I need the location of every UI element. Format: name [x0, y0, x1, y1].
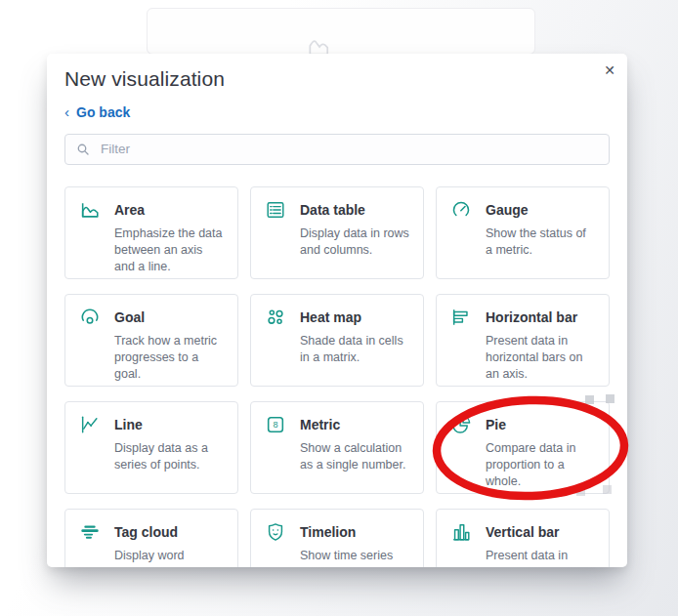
vis-card-title: Data table [300, 202, 365, 218]
vertical-bar-icon [450, 521, 472, 543]
tag-cloud-icon [79, 521, 101, 543]
vis-card-title: Pie [486, 417, 506, 432]
vis-card-title: Vertical bar [486, 524, 560, 540]
selection-handle [606, 394, 614, 403]
heat-map-icon [265, 307, 286, 328]
vis-card-horizontal-bar[interactable]: Horizontal bar Present data in horizonta… [436, 294, 610, 387]
area-chart-icon [79, 199, 101, 221]
vis-card-description: Compare data in proportion to a whole. [486, 440, 595, 490]
new-visualization-modal: ✕ New visualization ‹ Go back [47, 54, 627, 567]
line-chart-icon [79, 414, 101, 435]
vis-card-data-table[interactable]: Data table Display data in rows and colu… [250, 186, 424, 279]
svg-text:8: 8 [273, 420, 277, 430]
search-icon [75, 142, 91, 157]
vis-card-tag-cloud[interactable]: Tag cloud Display word frequency with fo… [64, 509, 238, 568]
selection-handle [585, 395, 594, 404]
vis-card-metric[interactable]: 8 Metric Show a calculation as a single … [250, 401, 424, 494]
vis-card-title: Gauge [486, 202, 529, 218]
vis-card-title: Tag cloud [114, 524, 178, 540]
vis-card-description: Display data as a series of points. [114, 440, 224, 473]
vis-card-goal[interactable]: Goal Track how a metric progresses to a … [64, 294, 238, 387]
vis-card-line[interactable]: Line Display data as a series of points. [64, 401, 238, 494]
modal-title: New visualization [64, 67, 610, 91]
vis-card-description: Show the status of a metric. [486, 226, 595, 259]
go-back-link[interactable]: ‹ Go back [64, 104, 130, 120]
vis-card-description: Track how a metric progresses to a goal. [114, 333, 224, 383]
vis-card-description: Shade data in cells in a matrix. [300, 333, 409, 366]
vis-card-vertical-bar[interactable]: Vertical bar Present data in vertical ba… [436, 509, 610, 568]
vis-card-title: Goal [114, 309, 145, 325]
vis-card-description: Display word frequency with font size. [114, 548, 224, 568]
vis-card-gauge[interactable]: Gauge Show the status of a metric. [436, 186, 610, 279]
data-table-icon [265, 199, 286, 221]
pie-chart-icon [450, 414, 472, 435]
selection-handle [576, 487, 585, 496]
horizontal-bar-icon [450, 307, 472, 328]
vis-card-description: Display data in rows and columns. [300, 226, 409, 259]
go-back-label: Go back [76, 104, 130, 120]
vis-card-description: Present data in horizontal bars on an ax… [486, 333, 595, 383]
goal-icon [79, 307, 101, 328]
vis-card-heat-map[interactable]: Heat map Shade data in cells in a matrix… [250, 294, 424, 387]
vis-card-pie[interactable]: Pie Compare data in proportion to a whol… [436, 401, 610, 494]
filter-bar [64, 134, 610, 165]
vis-card-title: Line [114, 417, 143, 432]
vis-card-title: Metric [300, 417, 340, 432]
vis-card-timelion[interactable]: Timelion Show time series data on a grap… [250, 509, 424, 568]
screen: ✕ New visualization ‹ Go back [0, 0, 678, 616]
vis-card-title: Horizontal bar [486, 309, 577, 325]
visualization-grid: Area Emphasize the data between an axis … [64, 186, 610, 568]
background-panel [147, 8, 535, 55]
vis-card-description: Show a calculation as a single number. [300, 440, 409, 473]
close-icon[interactable]: ✕ [598, 58, 621, 83]
timelion-icon [265, 521, 286, 543]
gauge-icon [450, 199, 472, 221]
vis-card-title: Heat map [300, 309, 361, 325]
metric-icon: 8 [265, 414, 286, 435]
selection-handle [603, 485, 612, 494]
vis-card-title: Area [114, 202, 145, 218]
vis-card-title: Timelion [300, 524, 356, 540]
chevron-left-icon: ‹ [64, 104, 69, 119]
filter-input[interactable] [99, 141, 599, 157]
vis-card-description: Emphasize the data between an axis and a… [114, 226, 224, 275]
vis-card-area[interactable]: Area Emphasize the data between an axis … [64, 186, 238, 279]
vis-card-description: Show time series data on a graph. [300, 548, 409, 568]
vis-card-description: Present data in vertical bars on an axis… [486, 548, 595, 568]
